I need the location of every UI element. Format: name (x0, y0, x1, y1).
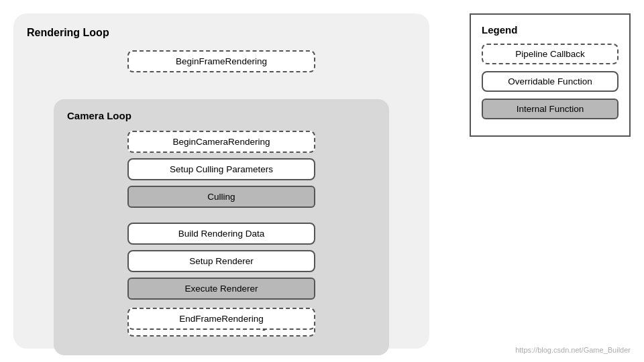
execute-renderer-box: Execute Renderer (127, 278, 315, 300)
legend-pipeline-callback: Pipeline Callback (482, 44, 619, 64)
build-rendering-data-box: Build Rendering Data (127, 223, 315, 245)
begin-frame-box: BeginFrameRendering (127, 50, 315, 78)
camera-loop-title: Camera Loop (67, 110, 376, 121)
watermark: https://blog.csdn.net/Game_Builder (515, 346, 631, 354)
legend-title: Legend (482, 24, 619, 36)
legend-overridable-function: Overridable Function (482, 71, 619, 92)
end-frame-rendering-box: EndFrameRendering (127, 308, 315, 330)
setup-renderer-box: Setup Renderer (127, 250, 315, 272)
legend-container: Legend Pipeline Callback Overridable Fun… (470, 13, 631, 137)
end-frame-box: EndFrameRendering (127, 308, 315, 335)
rendering-loop-container: Rendering Loop BeginFrameRendering Camer… (13, 13, 429, 349)
begin-frame-rendering-box: BeginFrameRendering (127, 50, 315, 72)
setup-culling-box: Setup Culling Parameters (127, 158, 315, 180)
rendering-loop-title: Rendering Loop (27, 27, 416, 39)
legend-internal-function: Internal Function (482, 99, 619, 119)
culling-box: Culling (127, 186, 315, 208)
begin-camera-rendering-box: BeginCameraRendering (127, 131, 315, 153)
